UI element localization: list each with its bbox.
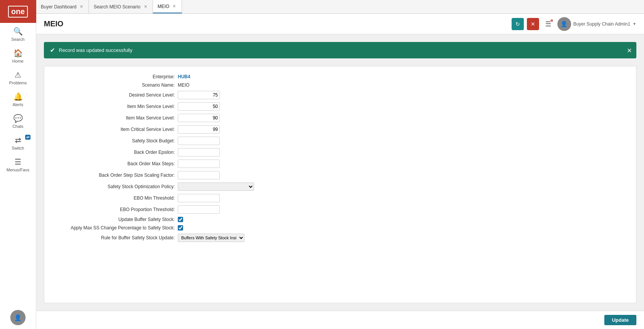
back-order-epsilon-label: Back Order Epsilon: xyxy=(56,150,178,155)
banner-close-button[interactable]: ✕ xyxy=(627,47,632,54)
sidebar-item-switch[interactable]: ⇄ Switch ⇄ xyxy=(0,132,36,153)
back-order-epsilon-input[interactable] xyxy=(178,148,220,156)
update-button[interactable]: Update xyxy=(604,315,636,325)
scenario-name-row: Scenario Name: MEIO xyxy=(56,82,625,88)
tab-buyer-dashboard-close[interactable]: ✕ xyxy=(79,4,84,10)
back-order-max-steps-label: Back Order Max Steps: xyxy=(56,161,178,166)
page-title: MEIO xyxy=(44,19,512,28)
check-icon: ✔ xyxy=(50,47,55,54)
app-logo: one xyxy=(0,0,36,23)
tab-search-meio-close[interactable]: ✕ xyxy=(143,4,148,10)
sidebar-item-problems[interactable]: ⚠ Problems xyxy=(0,66,36,88)
rule-for-buffer-label: Rule for Buffer Safety Stock Update: xyxy=(56,235,178,240)
warning-icon: ⚠ xyxy=(14,70,21,79)
notification-badge: 1 xyxy=(550,19,554,23)
tab-search-meio[interactable]: Search MEIO Scenario ✕ xyxy=(89,0,153,13)
search-icon: 🔍 xyxy=(13,27,23,36)
ebo-min-threshold-row: EBO Min Threshold: xyxy=(56,194,625,202)
chat-icon: 💬 xyxy=(13,114,23,123)
sidebar-avatar[interactable]: 👤 xyxy=(10,310,26,325)
ebo-proportion-threshold-input[interactable] xyxy=(178,205,220,214)
item-min-service-level-input[interactable] xyxy=(178,102,220,111)
desired-service-level-label: Desired Service Level: xyxy=(56,92,178,98)
tab-meio-close[interactable]: ✕ xyxy=(172,4,177,9)
sidebar-item-chats[interactable]: 💬 Chats xyxy=(0,110,36,132)
sidebar-item-search[interactable]: 🔍 Search xyxy=(0,23,36,45)
back-order-step-size-input[interactable] xyxy=(178,171,220,179)
item-max-service-level-row: Item Max Service Level: xyxy=(56,114,625,122)
update-buffer-safety-stock-checkbox[interactable] xyxy=(178,217,183,222)
safety-stock-budget-label: Safety Stock Budget: xyxy=(56,138,178,144)
back-order-max-steps-row: Back Order Max Steps: xyxy=(56,160,625,168)
tab-bar: Buyer Dashboard ✕ Search MEIO Scenario ✕… xyxy=(36,0,644,14)
username-label: Buyer Supply Chain Admin1 xyxy=(573,21,630,27)
desired-service-level-row: Desired Service Level: xyxy=(56,91,625,99)
page-footer: Update xyxy=(36,311,644,329)
sidebar: one 🔍 Search 🏠 Home ⚠ Problems 🔔 Alerts … xyxy=(0,0,36,329)
sidebar-item-home[interactable]: 🏠 Home xyxy=(0,45,36,66)
sidebar-alerts-label: Alerts xyxy=(13,102,23,107)
form-card: Enterprise: HUB4 Scenario Name: MEIO Des… xyxy=(44,66,636,303)
refresh-button[interactable]: ↻ xyxy=(512,18,524,30)
item-min-service-level-row: Item Min Service Level: xyxy=(56,102,625,111)
success-message: Record was updated successfully xyxy=(59,47,132,53)
back-order-step-size-row: Back Order Step Size Scaling Factor: xyxy=(56,171,625,179)
menu-icon: ☰ xyxy=(14,157,21,166)
sidebar-chats-label: Chats xyxy=(13,124,24,129)
apply-max-ss-change-row: Apply Max SS Change Percentage to Safety… xyxy=(56,225,625,231)
tab-meio-label: MEIO xyxy=(158,4,169,9)
menu-button[interactable]: ☰ 1 xyxy=(542,18,554,30)
enterprise-value: HUB4 xyxy=(178,74,190,79)
avatar: 👤 xyxy=(557,17,571,31)
sidebar-switch-label: Switch xyxy=(12,146,24,150)
user-menu[interactable]: 👤 Buyer Supply Chain Admin1 ▼ xyxy=(557,17,636,31)
tab-meio[interactable]: MEIO ✕ xyxy=(153,0,182,13)
page-header: MEIO ↻ ✕ ☰ 1 👤 Buyer Supply Chain Admin1… xyxy=(36,14,644,34)
sidebar-item-menus[interactable]: ☰ Menus/Favs xyxy=(0,153,36,175)
safety-stock-budget-row: Safety Stock Budget: xyxy=(56,137,625,145)
enterprise-label: Enterprise: xyxy=(56,74,178,79)
tab-buyer-dashboard-label: Buyer Dashboard xyxy=(41,4,76,10)
sidebar-bottom: 👤 xyxy=(0,310,36,325)
back-order-epsilon-row: Back Order Epsilon: xyxy=(56,148,625,156)
item-critical-service-level-label: Item Critical Service Level: xyxy=(56,127,178,132)
safety-stock-optimization-select[interactable]: Option 1 Option 2 xyxy=(178,182,254,191)
tab-search-meio-label: Search MEIO Scenario xyxy=(93,4,140,10)
sidebar-problems-label: Problems xyxy=(9,81,27,85)
safety-stock-optimization-label: Safety Stock Optimization Policy: xyxy=(56,184,178,189)
item-min-service-level-label: Item Min Service Level: xyxy=(56,104,178,109)
ebo-proportion-threshold-row: EBO Proportion Threshold: xyxy=(56,205,625,214)
update-buffer-safety-stock-label: Update Buffer Safety Stock: xyxy=(56,217,178,222)
update-buffer-safety-stock-row: Update Buffer Safety Stock: xyxy=(56,217,625,222)
item-max-service-level-label: Item Max Service Level: xyxy=(56,115,178,121)
switch-badge: ⇄ xyxy=(25,135,31,140)
enterprise-row: Enterprise: HUB4 xyxy=(56,74,625,79)
apply-max-ss-change-checkbox[interactable] xyxy=(178,225,183,231)
rule-for-buffer-select[interactable]: Buffers With Safety Stock Inside All Buf… xyxy=(178,234,245,242)
sidebar-home-label: Home xyxy=(12,59,23,63)
bell-icon: 🔔 xyxy=(13,92,23,101)
sidebar-menus-label: Menus/Favs xyxy=(6,168,29,172)
apply-max-ss-change-label: Apply Max SS Change Percentage to Safety… xyxy=(56,225,178,231)
safety-stock-budget-input[interactable] xyxy=(178,137,220,145)
desired-service-level-input[interactable] xyxy=(178,91,220,99)
ebo-min-threshold-input[interactable] xyxy=(178,194,220,202)
scenario-name-label: Scenario Name: xyxy=(56,82,178,88)
item-critical-service-level-row: Item Critical Service Level: xyxy=(56,125,625,134)
main-area: Buyer Dashboard ✕ Search MEIO Scenario ✕… xyxy=(36,0,644,329)
scenario-name-value: MEIO xyxy=(178,82,190,88)
back-order-max-steps-input[interactable] xyxy=(178,160,220,168)
success-banner: ✔ Record was updated successfully ✕ xyxy=(44,42,636,58)
close-button[interactable]: ✕ xyxy=(527,18,539,30)
safety-stock-optimization-row: Safety Stock Optimization Policy: Option… xyxy=(56,182,625,191)
main-content: ✔ Record was updated successfully ✕ Ente… xyxy=(36,34,644,311)
header-actions: ↻ ✕ ☰ 1 👤 Buyer Supply Chain Admin1 ▼ xyxy=(512,17,636,31)
item-critical-service-level-input[interactable] xyxy=(178,125,220,134)
item-max-service-level-input[interactable] xyxy=(178,114,220,122)
ebo-proportion-threshold-label: EBO Proportion Threshold: xyxy=(56,207,178,212)
rule-for-buffer-row: Rule for Buffer Safety Stock Update: Buf… xyxy=(56,234,625,242)
sidebar-item-alerts[interactable]: 🔔 Alerts xyxy=(0,88,36,110)
ebo-min-threshold-label: EBO Min Threshold: xyxy=(56,195,178,201)
tab-buyer-dashboard[interactable]: Buyer Dashboard ✕ xyxy=(36,0,89,13)
switch-icon: ⇄ xyxy=(15,135,21,145)
